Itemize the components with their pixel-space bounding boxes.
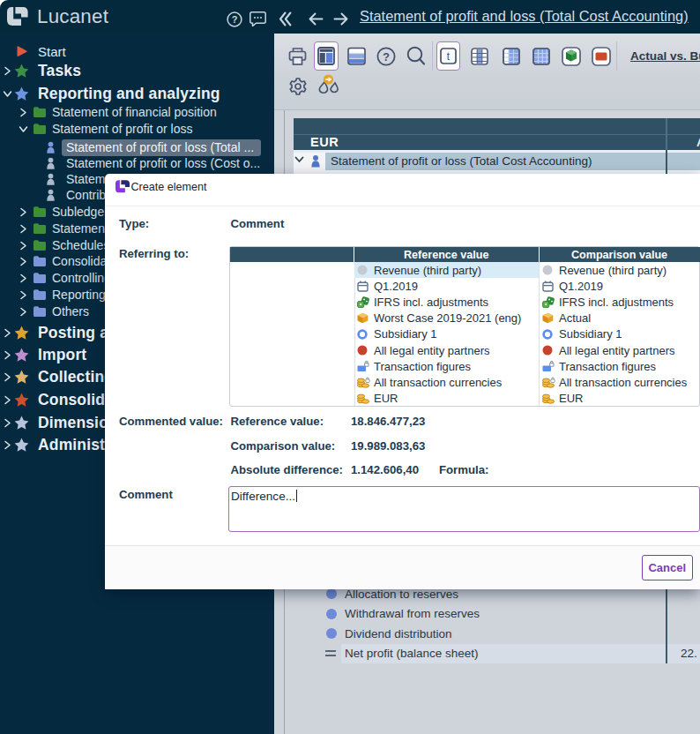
svg-text:?: ? (231, 14, 237, 25)
svg-text:?: ? (383, 50, 390, 64)
svg-text:t: t (447, 50, 451, 63)
